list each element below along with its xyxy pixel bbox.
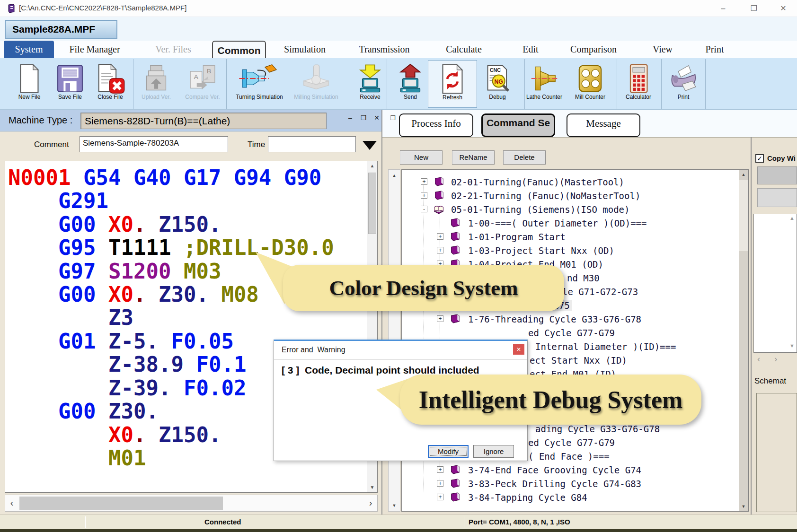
tree-item[interactable]: 1-00-===( Outer Diameter )(OD)=== [402, 218, 748, 229]
tree-item-fragment[interactable]: Internal Diameter )(ID)=== [535, 341, 676, 352]
menu-system[interactable]: System [4, 41, 54, 58]
menu-file-manager[interactable]: File Manager [64, 41, 125, 58]
expander-plus-icon[interactable]: + [437, 247, 443, 253]
preview-listbox[interactable]: ▲ ▼ [753, 214, 797, 353]
editor-horizontal-scrollbar[interactable]: ‹ › [5, 495, 378, 512]
expander-plus-icon[interactable]: + [437, 494, 443, 500]
print-icon [659, 60, 708, 94]
comment-input[interactable]: Siemens-Sample-780203A [80, 136, 228, 152]
scroll-down-icon[interactable]: ▼ [789, 343, 795, 349]
tab-command-set[interactable]: Command Se [481, 113, 555, 137]
expander-plus-icon[interactable]: + [437, 480, 443, 487]
tree-item-fragment[interactable]: ading Cycle G33-G76-G78 [535, 423, 660, 435]
menu-simulation[interactable]: Simulation [282, 41, 328, 58]
scroll-up-icon[interactable]: ▲ [739, 170, 748, 179]
tree-item-fragment[interactable]: ed Cycle G77-G79 [528, 437, 615, 448]
menu-common[interactable]: Common [212, 41, 266, 58]
expander-minus-icon[interactable]: - [421, 206, 427, 212]
panel-restore-icon[interactable]: ❐ [358, 114, 369, 122]
scroll-left-icon[interactable]: ‹ [757, 354, 760, 364]
scroll-right-icon[interactable]: › [364, 495, 377, 511]
scroll-down-icon[interactable]: ▼ [389, 501, 400, 510]
scroll-down-icon[interactable]: ▼ [367, 483, 377, 492]
scroll-down-icon[interactable]: ▼ [739, 502, 748, 511]
scroll-right-icon[interactable]: › [774, 354, 777, 364]
dialog-close-icon[interactable]: ✕ [513, 344, 524, 355]
time-input[interactable] [268, 136, 356, 152]
book-icon [449, 492, 460, 502]
tree-item[interactable]: + 02-01-Turning(Fanuc)(MasterTool) [402, 176, 748, 188]
print-button[interactable]: Print [659, 60, 708, 108]
tree-item[interactable]: + 3-74-End Face Grooving Cycle G74 [402, 464, 748, 476]
code-line: G95 T1111 ;DRILL-D30.0 [58, 237, 334, 259]
menu-transmission[interactable]: Transmission [356, 41, 413, 58]
close-file-button[interactable]: Close File [86, 60, 135, 108]
tree-item[interactable]: + 1-01-Program Start [402, 231, 748, 243]
file-tab[interactable]: Sample828A.MPF [5, 20, 117, 39]
expander-plus-icon[interactable]: + [421, 178, 427, 185]
mill-counter-button[interactable]: Mill Counter [566, 60, 615, 108]
scrollbar-thumb[interactable] [368, 173, 376, 234]
menu-print[interactable]: Print [702, 41, 727, 58]
close-file-icon [86, 60, 135, 94]
turning-simulation-button[interactable]: Turning Simulation [230, 60, 288, 108]
lathe-counter-button[interactable]: Lathe Counter [520, 60, 569, 108]
machine-type-label: Machine Type : [9, 115, 72, 126]
tree-item-fragment[interactable]: ( End Face )=== [528, 451, 610, 462]
tree-item-fragment[interactable]: le G71-G72-G73 [562, 286, 638, 297]
expander-plus-icon[interactable]: + [437, 233, 443, 240]
close-icon[interactable]: ✕ [772, 2, 794, 15]
clipped-button[interactable] [757, 166, 797, 184]
tab-process-info[interactable]: Process Info [399, 113, 473, 137]
refresh-button[interactable]: Refresh [428, 60, 477, 108]
maximize-icon[interactable]: ❐ [743, 2, 765, 15]
compare-version-button[interactable]: BA Compare Ver. [178, 60, 227, 108]
tree-scrollbar[interactable]: ▲ ▼ [739, 170, 748, 511]
menu-view[interactable]: View [650, 41, 675, 58]
machine-type-value[interactable]: Siemens-828D-Turn(B)==(Lathe) [80, 113, 327, 129]
new-button[interactable]: New [400, 150, 443, 165]
copy-checkbox[interactable]: ✓ [755, 154, 764, 163]
clipped-field[interactable] [757, 188, 797, 207]
menu-edit[interactable]: Edit [519, 41, 542, 58]
tree-item[interactable]: + 1-76-Threading Cycle G33-G76-G78 [402, 314, 748, 325]
upload-version-button[interactable]: Upload Ver. [132, 60, 181, 108]
calculator-button[interactable]: Calculator [614, 60, 663, 108]
menu-comparison[interactable]: Comparison [566, 41, 621, 58]
tab-message[interactable]: Message [567, 113, 640, 137]
milling-simulation-button[interactable]: Milling Simulation [287, 60, 345, 108]
expander-plus-icon[interactable]: + [437, 315, 443, 322]
app-icon [7, 4, 16, 13]
tree-item-fragment[interactable]: ed Cycle G77-G79 [528, 327, 615, 339]
tree-item[interactable]: + 3-83-Peck Drilling Cycle G74-G83 [402, 478, 748, 489]
menu-calculate[interactable]: Calculate [443, 41, 485, 58]
tree-item-fragment[interactable]: nd M30 [567, 272, 600, 284]
scroll-up-icon[interactable]: ▲ [367, 161, 377, 171]
tree-item[interactable]: + 1-03-Project Start Nxx (OD) [402, 245, 748, 256]
tree-item-fragment[interactable]: ect Start Nxx (ID) [530, 355, 627, 366]
schematic-label: Schemat [754, 376, 786, 386]
delete-button[interactable]: Delete [503, 150, 546, 165]
ignore-button[interactable]: Ignore [473, 445, 514, 458]
scroll-left-icon[interactable]: ‹ [5, 495, 18, 511]
expander-plus-icon[interactable]: + [421, 192, 427, 199]
code-line: G97 S1200 M03 [58, 261, 221, 282]
scroll-up-icon[interactable]: ▲ [789, 215, 795, 221]
panel-minimize-icon[interactable]: – [345, 114, 356, 122]
expander-plus-icon[interactable]: + [437, 466, 443, 473]
scrollbar-thumb[interactable] [19, 497, 223, 510]
scrollbar-thumb[interactable] [739, 180, 748, 251]
minimize-icon[interactable]: – [712, 2, 734, 15]
tree-item[interactable]: + 02-21-Turning (Fanuc)(NoMasterTool) [402, 190, 748, 201]
debug-icon: CNCNG [473, 60, 522, 94]
modify-button[interactable]: Modify [428, 445, 469, 458]
scroll-up-icon[interactable]: ▲ [389, 171, 400, 180]
tree-item[interactable]: + 3-84-Tapping Cycle G84 [402, 492, 748, 503]
panel-close-icon[interactable]: ✕ [371, 114, 382, 122]
dropdown-arrow-icon[interactable] [363, 141, 377, 150]
panel-restore-icon[interactable]: ❐ [390, 114, 396, 122]
tree-item[interactable]: - 05-01-Turning (Siemens)(ISO mode) [402, 204, 748, 215]
rename-button[interactable]: ReName [452, 150, 495, 165]
menu-ver-files[interactable]: Ver. Files [151, 41, 196, 58]
debug-button[interactable]: CNCNG Debug [473, 60, 522, 108]
